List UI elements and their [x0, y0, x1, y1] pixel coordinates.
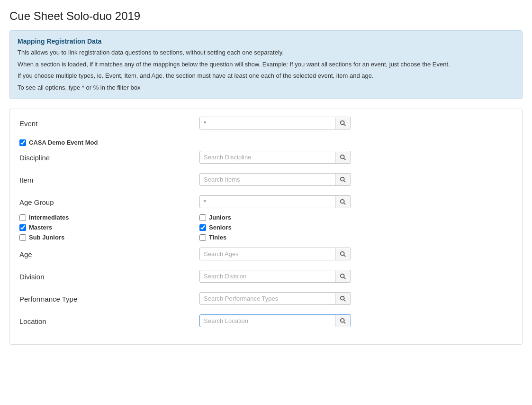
event-search-wrap: [199, 117, 351, 129]
sub-juniors-checkbox[interactable]: [19, 234, 26, 241]
performance-type-search-button[interactable]: [335, 293, 351, 304]
search-icon: [340, 120, 346, 127]
info-line-3: If you choose multiple types, ie. Event,…: [18, 71, 514, 81]
seniors-label: Seniors: [209, 224, 232, 231]
svg-point-2: [341, 155, 344, 158]
svg-line-11: [344, 277, 346, 279]
checkbox-tinies: Tinies: [199, 234, 513, 241]
search-icon: [340, 273, 346, 280]
discipline-label: Discipline: [19, 151, 199, 162]
checkbox-juniors: Juniors: [199, 214, 513, 221]
svg-line-9: [344, 255, 346, 257]
age-label: Age: [19, 248, 199, 258]
division-label: Division: [19, 270, 199, 281]
checkbox-seniors: Seniors: [199, 224, 513, 231]
location-label: Location: [19, 314, 199, 325]
age-row: Age: [19, 248, 513, 263]
discipline-control: [199, 151, 513, 164]
discipline-search-wrap: [199, 151, 351, 164]
age-group-section: Age Group Intermediates: [19, 195, 513, 241]
division-search-input[interactable]: [200, 270, 335, 282]
age-search-wrap: [199, 248, 351, 260]
svg-line-1: [344, 124, 346, 126]
item-control: [199, 173, 513, 186]
svg-line-15: [344, 322, 346, 323]
search-icon: [340, 318, 346, 324]
svg-point-12: [341, 296, 344, 300]
masters-checkbox[interactable]: [19, 224, 26, 231]
form-card: Event CASA Demo Event Mod Discipline: [9, 109, 523, 345]
juniors-label: Juniors: [209, 214, 231, 221]
location-search-input[interactable]: [200, 315, 335, 327]
svg-line-3: [344, 158, 346, 160]
item-label: Item: [19, 173, 199, 184]
age-group-search-input[interactable]: [200, 196, 335, 208]
division-row: Division: [19, 270, 513, 285]
svg-line-5: [344, 180, 346, 182]
svg-point-6: [341, 199, 344, 203]
location-control: [199, 314, 513, 327]
discipline-search-input[interactable]: [200, 151, 335, 163]
age-group-label: Age Group: [19, 195, 199, 206]
tinies-checkbox[interactable]: [199, 234, 206, 241]
info-line-4: To see all options, type * or % in the f…: [18, 83, 514, 92]
intermediates-label: Intermediates: [29, 214, 69, 221]
performance-type-search-wrap: [199, 292, 351, 305]
masters-label: Masters: [29, 224, 52, 231]
item-search-input[interactable]: [200, 174, 335, 185]
seniors-checkbox[interactable]: [199, 224, 206, 231]
info-line-2: When a section is loaded, if it matches …: [18, 60, 514, 69]
event-search-input[interactable]: [200, 117, 335, 129]
age-control: [199, 248, 513, 260]
performance-type-control: [199, 292, 513, 305]
event-search-button[interactable]: [335, 118, 351, 129]
age-group-row: Age Group: [19, 195, 513, 211]
event-control: [199, 117, 513, 129]
location-search-button[interactable]: [335, 315, 351, 327]
page-title: Cue Sheet Solo-duo 2019: [9, 9, 523, 23]
item-row: Item: [19, 173, 513, 189]
division-search-button[interactable]: [335, 271, 351, 282]
svg-line-7: [344, 202, 346, 204]
tinies-label: Tinies: [209, 234, 226, 241]
age-group-checkboxes: Intermediates Juniors Masters Seniors Su…: [19, 214, 513, 241]
checkbox-sub-juniors: Sub Juniors: [19, 234, 199, 241]
search-icon: [340, 154, 346, 161]
search-icon: [340, 199, 346, 205]
info-box: Mapping Registration Data This allows yo…: [9, 30, 523, 99]
division-search-wrap: [199, 270, 351, 283]
svg-point-8: [341, 251, 344, 255]
svg-line-13: [344, 299, 346, 301]
discipline-search-button[interactable]: [335, 152, 351, 163]
event-checked-item: CASA Demo Event Mod: [19, 139, 513, 146]
age-search-button[interactable]: [335, 249, 351, 260]
svg-point-10: [341, 274, 344, 277]
checkbox-masters: Masters: [19, 224, 199, 231]
division-control: [199, 270, 513, 283]
performance-type-search-input[interactable]: [200, 293, 335, 304]
location-row: Location: [19, 314, 513, 330]
discipline-row: Discipline: [19, 151, 513, 166]
info-line-1: This allows you to link registration dat…: [18, 48, 514, 57]
location-search-wrap: [199, 314, 351, 327]
performance-type-row: Performance Type: [19, 292, 513, 308]
search-icon: [340, 176, 346, 183]
search-icon: [340, 295, 346, 302]
sub-juniors-label: Sub Juniors: [29, 234, 64, 241]
performance-type-label: Performance Type: [19, 292, 199, 303]
item-search-wrap: [199, 173, 351, 186]
event-checkbox[interactable]: [19, 139, 26, 146]
item-search-button[interactable]: [335, 174, 351, 185]
svg-point-14: [341, 318, 344, 322]
svg-point-0: [341, 120, 344, 124]
event-checked-label: CASA Demo Event Mod: [29, 139, 98, 146]
info-box-title: Mapping Registration Data: [18, 37, 514, 45]
juniors-checkbox[interactable]: [199, 214, 206, 221]
intermediates-checkbox[interactable]: [19, 214, 26, 221]
age-group-search-button[interactable]: [335, 196, 351, 208]
event-row: Event: [19, 117, 513, 132]
age-group-control: [199, 195, 513, 208]
search-icon: [340, 251, 346, 258]
event-label: Event: [19, 117, 199, 128]
age-search-input[interactable]: [200, 248, 335, 260]
